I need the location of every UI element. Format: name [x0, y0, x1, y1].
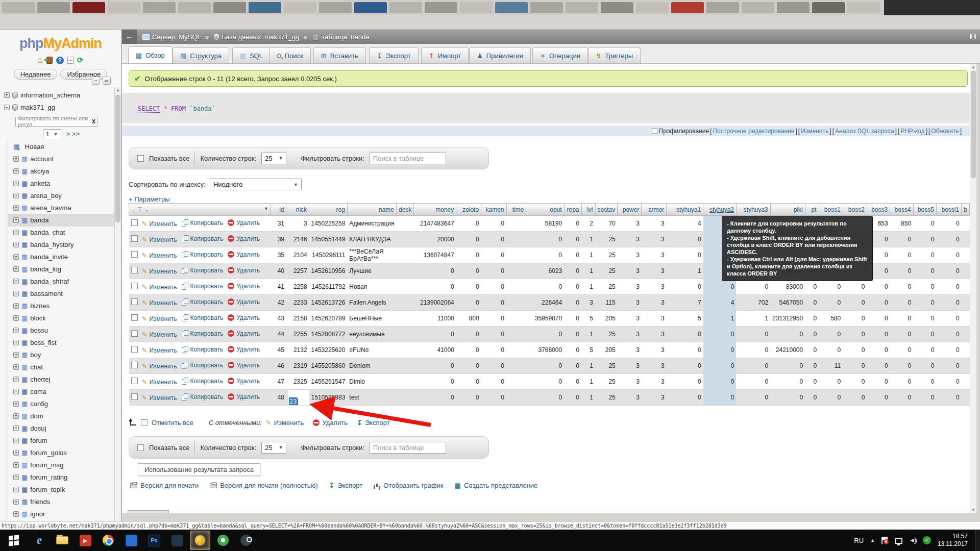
cell-name[interactable]: КЛАН ЯКУДЗА [347, 232, 396, 247]
column-header-b[interactable]: b [962, 204, 970, 216]
cell-money[interactable]: 0 [414, 390, 456, 406]
cell-boss2[interactable]: 0 [843, 295, 867, 311]
sidebar-table-banda-hystory[interactable]: +▦banda_hystory [8, 239, 114, 251]
tree-item-label[interactable]: config [30, 400, 48, 408]
tree-item-label[interactable]: akciya [30, 167, 49, 175]
cell-desk[interactable] [397, 358, 414, 374]
cell-armor[interactable]: 3 [642, 247, 667, 263]
row-edit-link[interactable]: ✎Изменить [142, 252, 177, 259]
cell-armor[interactable]: 3 [642, 295, 667, 311]
cell-boss4[interactable]: 0 [890, 327, 913, 342]
cell-desk[interactable] [397, 327, 414, 342]
scroll-up-icon[interactable]: ▲ [115, 87, 121, 94]
expand-icon[interactable]: + [13, 291, 19, 296]
cell-styhuya3[interactable]: 1 [736, 311, 770, 327]
cell-boss5[interactable]: 0 [913, 232, 936, 247]
expand-icon[interactable]: + [13, 303, 19, 309]
taskbar-chrome-icon[interactable] [98, 531, 118, 550]
column-header-repa[interactable]: repa [564, 204, 581, 216]
cell-boss5[interactable]: 0 [913, 311, 936, 327]
browser-tab[interactable] [389, 2, 422, 13]
show-desktop-button[interactable] [975, 530, 980, 551]
cell-sostav[interactable]: 25 [595, 247, 618, 263]
cell-nick[interactable]: 2319 [286, 358, 309, 374]
cell-kamen[interactable]: 0 [481, 232, 506, 247]
expand-icon[interactable]: + [13, 168, 19, 174]
scroll-down-icon[interactable]: ▼ [970, 507, 976, 513]
cell-zoloto[interactable]: 0 [456, 279, 481, 295]
cell-boss4[interactable]: 0 [890, 311, 913, 327]
cell-lvl[interactable]: 2 [581, 216, 595, 232]
row-copy-link[interactable]: Копировать [182, 314, 224, 321]
query-link-php-код[interactable]: PHP-код [900, 128, 924, 135]
cell-power[interactable]: 3 [618, 390, 642, 406]
cell-boss4[interactable]: 0 [890, 247, 913, 263]
cell-bossl1[interactable]: 0 [936, 295, 961, 311]
cell-armor[interactable]: 3 [642, 216, 667, 232]
cell-boss5[interactable]: 0 [913, 247, 936, 263]
breadcrumb-table[interactable]: ▦ Таблица: banda [312, 33, 370, 41]
cell-boss4[interactable]: 0 [890, 279, 913, 295]
expand-icon[interactable]: + [13, 364, 19, 370]
cell-time[interactable] [506, 311, 526, 327]
cell-money[interactable]: 0 [414, 358, 456, 374]
cell-piki[interactable]: 0 [770, 327, 805, 342]
cell-pt[interactable]: 0 [805, 311, 819, 327]
cell-piki[interactable]: 0 [770, 390, 805, 406]
expand-icon[interactable]: + [13, 438, 19, 443]
cell-boss4[interactable]: 0 [890, 232, 913, 247]
cell-repa[interactable]: 0 [564, 279, 581, 295]
cell-power[interactable]: 3 [618, 263, 642, 279]
sql-keyword[interactable]: SELECT [138, 105, 160, 113]
sidebar-table-forum-topik[interactable]: +▦forum_topik [8, 484, 114, 496]
cell-boss4[interactable]: 0 [890, 263, 913, 279]
cell-repa[interactable]: 0 [564, 216, 581, 232]
cell-name[interactable]: ***ВеСёЛаЯ БрАтВа*** [347, 247, 396, 263]
scroll-up-icon[interactable]: ▲ [970, 64, 976, 70]
cell-time[interactable] [506, 263, 526, 279]
inline-edit-input[interactable]: 23 [287, 390, 309, 406]
cell-piki[interactable]: 0 [770, 374, 805, 390]
sidebar-table-banda-chat[interactable]: +▦banda_chat [8, 227, 114, 239]
sidebar-table-forum[interactable]: +▦forum [8, 435, 114, 447]
cell-name[interactable]: Fallen Angels [347, 295, 396, 311]
cell-zoloto[interactable]: 800 [456, 311, 481, 327]
cell-sostav[interactable]: 205 [595, 311, 618, 327]
scrollbar-thumb[interactable] [115, 95, 120, 222]
cell-reg[interactable]: 1452611792 [309, 279, 348, 295]
column-header-sostav[interactable]: sostav [595, 204, 618, 216]
op-export-link[interactable]: ↧Экспорт [329, 482, 363, 489]
tree-item-label[interactable]: mak371_gg [20, 104, 55, 111]
cell-styhuya3[interactable]: 0 [736, 327, 770, 342]
tree-item-label[interactable]: biznes [30, 302, 50, 310]
expand-icon[interactable]: + [13, 193, 19, 198]
cell-armor[interactable]: 3 [642, 358, 667, 374]
cell-nick[interactable]: 2158 [286, 311, 309, 327]
cell-pt[interactable]: 0 [805, 342, 819, 358]
cell-repa[interactable]: 0 [564, 358, 581, 374]
browser-tab[interactable] [671, 2, 704, 13]
cell-power[interactable]: 3 [618, 247, 642, 263]
row-copy-link[interactable]: Копировать [182, 362, 224, 369]
taskbar-gold-game-icon[interactable] [190, 531, 210, 550]
cell-nick[interactable]: 2104 [286, 247, 309, 263]
cell-kamen[interactable]: 0 [481, 247, 506, 263]
cell-power[interactable]: 3 [618, 279, 642, 295]
column-header-boss1[interactable]: boss1 [819, 204, 843, 216]
show-all-checkbox[interactable] [137, 155, 144, 162]
sidebar-table-config[interactable]: +▦config [8, 398, 114, 410]
cell-money[interactable]: 0 [414, 327, 456, 342]
cell-name[interactable]: Denlom [347, 358, 396, 374]
tree-item-label[interactable]: banda_invite [30, 253, 68, 261]
row-checkbox[interactable] [131, 393, 138, 400]
cell-styhuya1[interactable]: 0 [667, 390, 703, 406]
cell-b[interactable] [962, 374, 970, 390]
column-header-name[interactable]: name [347, 204, 396, 216]
cell-repa[interactable]: 0 [564, 311, 581, 327]
sidebar-table-anketa[interactable]: +▦anketa [8, 178, 114, 190]
cell-bossl1[interactable]: 0 [936, 311, 961, 327]
cell-id[interactable]: 31 [271, 216, 286, 232]
cell-boss5[interactable]: 0 [913, 374, 936, 390]
row-delete-link[interactable]: Удалить [228, 393, 260, 400]
column-header-nick[interactable]: nick [286, 204, 309, 216]
